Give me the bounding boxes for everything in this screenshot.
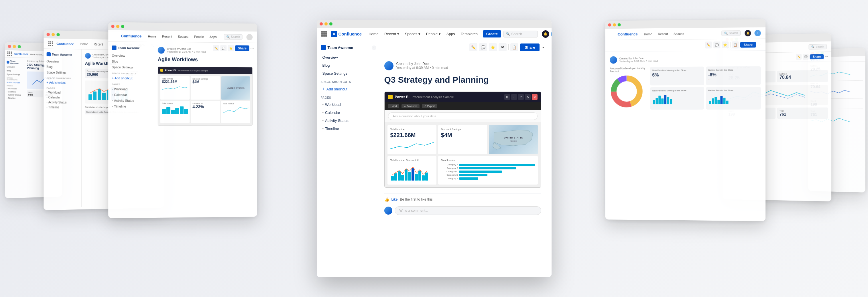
sidebar-timeline-main[interactable]: • Timeline [318,125,372,132]
sidebar-calendar-main[interactable]: • Calendar [318,109,372,117]
notif-icon-5[interactable]: 🔔 [745,30,751,36]
win1-calendar[interactable]: • Calendar [5,90,25,94]
nav-spaces-main[interactable]: Spaces ▾ [403,31,422,37]
nav-home-2[interactable]: Home [79,41,90,47]
win2-blog[interactable]: Blog [43,64,81,70]
win2-add-shortcut[interactable]: + Add shortcut [43,80,81,85]
share-btn-5[interactable]: Share [740,42,756,48]
win3-overview[interactable]: Overview [108,53,153,59]
nav-spaces-5[interactable]: Spaces [672,31,686,36]
share-btn-3[interactable]: Share [235,45,249,51]
maximize-btn-3[interactable] [121,25,124,28]
win2-activity[interactable]: • Activity Status [43,100,81,105]
like-link[interactable]: Like [392,197,398,201]
sidebar-space-settings-main[interactable]: Space Settings [318,69,372,77]
copy-icon[interactable]: 📋 [510,43,518,51]
win1-add-shortcut[interactable]: + Add shortcut [5,81,25,85]
sidebar-blog-main[interactable]: Blog [318,62,372,69]
minimize-btn-4[interactable] [324,22,328,26]
collapse-btn[interactable]: ‹ [372,45,376,50]
minimize-btn-2[interactable] [52,33,55,36]
win1-blog[interactable]: Blog [5,69,25,73]
star-icon-5[interactable]: ⭐ [722,41,728,48]
edit-icon-5[interactable]: ✏️ [705,41,712,48]
pbi-btn4[interactable]: ⚙ [525,94,531,100]
more-icon-3[interactable]: ··· [251,46,254,51]
close-btn-3[interactable] [111,25,114,28]
minimize-btn-5[interactable] [613,23,616,26]
pencil-icon[interactable]: ✏️ [469,43,477,51]
comment-input-main[interactable]: Write a comment... [395,206,541,215]
share-btn-6[interactable]: Share [810,54,824,59]
maximize-btn-2[interactable] [56,33,60,36]
win3-blog[interactable]: Blog [108,58,153,64]
eye-icon[interactable]: 👁 [499,43,506,51]
star-icon-3[interactable]: ⭐ [228,45,234,51]
win2-timeline[interactable]: • Timeline [43,105,81,110]
nav-people-3[interactable]: People [192,34,206,39]
maximize-btn-4[interactable] [329,22,333,26]
nav-recent-3[interactable]: Recent [160,33,174,39]
share-btn-main[interactable]: Share [520,43,539,51]
sidebar-overview-main[interactable]: Overview [318,54,372,61]
search-bar-6[interactable]: 🔍 Search [809,44,827,49]
comment-icon-3[interactable]: 💬 [220,45,226,51]
sidebar-activity-main[interactable]: • Activity Status [318,117,372,125]
win3-calendar[interactable]: • Calendar [108,92,153,98]
pbi-btn3[interactable]: ? [518,94,524,100]
user-avatar-main[interactable]: J [551,30,551,38]
thumbs-up-icon[interactable]: 👍 [384,197,389,202]
win3-activity[interactable]: • Activity Status [108,98,153,103]
maximize-btn-5[interactable] [618,23,621,26]
maximize-btn-1[interactable] [18,45,21,48]
nav-templates-main[interactable]: Templates [459,31,479,37]
win3-workload[interactable]: • Workload [108,86,153,92]
pbi-ask-bar-main[interactable]: Ask a question about your data [388,112,537,120]
win2-workload[interactable]: • Workload [43,90,81,95]
notification-icon[interactable]: 🔔 [542,30,549,38]
edit-icon-6[interactable]: ✏️ [796,54,802,60]
nav-apps-3[interactable]: Apps [208,34,218,39]
win1-workload[interactable]: • Workload [5,87,25,91]
nav-home-5[interactable]: Home [642,31,654,37]
nav-recent-main[interactable]: Recent ▾ [382,31,401,37]
pbi-add-tab[interactable]: + Add [388,104,399,108]
close-btn-2[interactable] [47,33,50,36]
minimize-btn-1[interactable] [13,45,16,48]
pbi-btn5[interactable]: ✕ [532,94,537,100]
win3-space-settings[interactable]: Space Settings [108,64,153,70]
pbi-share-tab[interactable]: ↗ Export [422,104,437,108]
minimize-btn-3[interactable] [116,25,119,28]
close-btn-4[interactable] [319,22,323,26]
edit-icon-3[interactable]: ✏️ [213,45,219,51]
add-shortcut-main[interactable]: + Add shortcut [318,85,372,93]
win1-space-settings[interactable]: Space Settings [5,72,25,76]
pbi-btn1[interactable]: ⊞ [504,94,510,100]
nav-home-3[interactable]: Home [146,33,158,39]
search-bar-5[interactable]: 🔍 Search [722,30,741,36]
more-icon-6[interactable]: ··· [825,54,828,58]
win1-activity[interactable]: • Activity Status [5,93,25,97]
pbi-btn2[interactable]: ↕ [511,94,517,100]
nav-home-main[interactable]: Home [367,31,380,37]
win1-overview[interactable]: Overview [5,65,25,69]
user-avatar-5[interactable]: J [754,30,761,36]
chat-icon[interactable]: 💬 [479,43,487,51]
win1-timeline[interactable]: • Timeline [5,96,25,100]
pbi-fav-tab[interactable]: ★ Favorites [402,104,420,108]
create-btn-main[interactable]: Create [483,30,501,37]
nav-people-main[interactable]: People ▾ [425,31,442,37]
close-btn-5[interactable] [608,23,611,26]
win2-overview[interactable]: Overview [43,59,81,65]
win3-add-shortcut[interactable]: + Add shortcut [108,75,153,81]
more-icon-5[interactable]: ··· [757,42,761,47]
nav-apps-main[interactable]: Apps [445,31,457,37]
nav-recent-5[interactable]: Recent [656,31,670,37]
copy-icon-5[interactable]: 📋 [732,41,739,48]
chat-icon-5[interactable]: 💬 [713,41,720,48]
close-btn-1[interactable] [8,45,11,48]
win2-space-settings[interactable]: Space Settings [43,69,81,75]
more-icon-main[interactable]: ··· [541,44,546,51]
chat-icon-6[interactable]: 💬 [803,54,809,60]
nav-spaces-3[interactable]: Spaces [176,33,190,39]
